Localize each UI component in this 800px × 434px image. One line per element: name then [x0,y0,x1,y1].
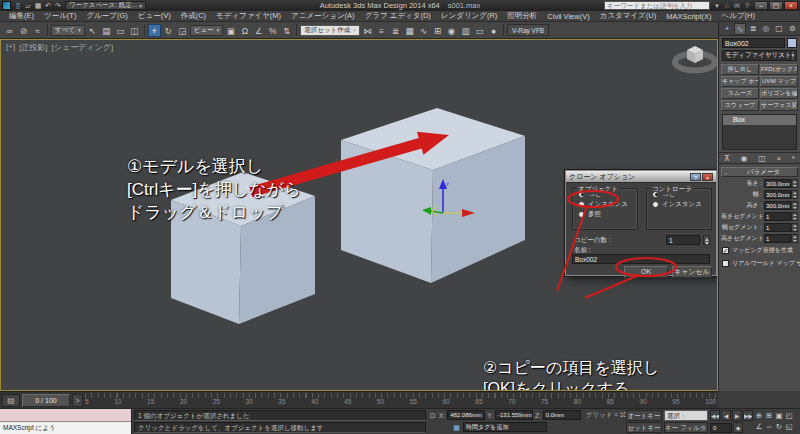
cancel-button[interactable]: キャンセル [672,266,712,278]
configure-modifier-sets-icon[interactable]: * [792,154,795,163]
zoom-all-icon[interactable]: ⊞ [764,410,774,421]
save-file-icon[interactable]: ▦ [33,1,43,10]
material-editor-icon[interactable]: ◉ [445,24,458,37]
parameter-spinner[interactable] [791,212,798,221]
menu-item[interactable]: MAXScript(X) [661,12,716,21]
schematic-view-icon[interactable]: ⊞ [431,24,444,37]
modifier-list-dropdown[interactable]: モディファイヤリスト ▾ [722,50,797,61]
coordinate-field[interactable]: 0.0mm [543,410,581,420]
spinner-snap-icon[interactable]: ⇅ [280,24,293,37]
bind-to-space-warp-icon[interactable]: ≈ [31,24,44,37]
go-to-start-button[interactable]: ◀◀ [710,410,720,421]
macro-recorder-field[interactable] [0,409,131,422]
render-production-icon[interactable]: ● [487,24,500,37]
menu-item[interactable]: 作成(C) [176,11,211,21]
minimize-button[interactable]: – [754,1,768,10]
previous-frame-button[interactable]: ◀ [721,410,731,421]
select-and-move-icon[interactable]: + [148,24,161,37]
add-time-tag-field[interactable]: 時間タグを追加 [463,422,547,432]
field-of-view-icon[interactable]: ∠ [754,421,764,432]
auto-key-button[interactable]: オートキー [626,410,662,421]
menu-item[interactable]: アニメーション(A) [286,11,360,21]
rectangular-selection-icon[interactable]: ▭ [114,24,127,37]
parameter-field[interactable]: 1 [764,212,791,221]
modifier-button[interactable]: スウィープ [721,100,759,111]
modifier-button[interactable]: FFD(ボックス) [760,64,798,75]
pan-icon[interactable]: ⇔ [764,421,774,432]
modifier-button[interactable]: ポリゴンを編集 [760,88,798,99]
workspace-dropdown[interactable]: ワークスペース: 既定... ▾ [65,1,146,10]
real-world-map-size-row[interactable]: リアルワールド マップ サイズ [719,257,800,270]
parameter-spinner[interactable] [791,179,798,188]
menu-item[interactable]: Civil View(V) [542,12,594,21]
right-cube[interactable] [341,108,525,283]
parameter-field[interactable]: 300.0mm [764,179,791,188]
percent-snap-icon[interactable]: % [266,24,279,37]
object-radio-option[interactable]: インスタンス [573,199,637,209]
parameter-field[interactable]: 300.0mm [764,190,791,199]
menu-item[interactable]: レンダリング(R) [436,11,502,21]
angle-snap-icon[interactable]: ∠ [252,24,265,37]
mirror-icon[interactable]: ⋈ [361,24,374,37]
select-object-icon[interactable]: ↖ [86,24,99,37]
timeline-ruler[interactable]: 5101520253035404550556065707580859095100 [85,393,716,408]
create-tab[interactable]: + [721,23,733,35]
menu-item[interactable]: ビュー(V) [133,11,176,21]
select-by-name-icon[interactable]: ▤ [100,24,113,37]
zoom-region-icon[interactable]: ◰ [784,410,794,421]
parameter-field[interactable]: 1 [764,234,791,243]
object-radio-option[interactable]: 参照 [573,209,637,219]
dialog-help-button[interactable]: ? [690,173,701,181]
parameter-spinner[interactable] [791,234,798,243]
modifier-button[interactable]: サーフェス変形 [760,100,798,111]
object-color-swatch[interactable] [787,38,797,48]
new-scene-icon[interactable]: ▯ [13,1,23,10]
play-button[interactable]: ▶ [732,410,742,421]
make-unique-icon[interactable]: ◫ [758,154,766,163]
parameter-field[interactable]: 300.0mm [764,201,791,210]
undo-icon[interactable]: ↶ [43,1,53,10]
mini-curve-editor-button[interactable]: ▤ [2,394,20,407]
hierarchy-tab[interactable]: ≣ [747,23,759,35]
show-end-result-icon[interactable]: ◉ [741,154,748,163]
maximize-button[interactable]: ▢ [769,1,783,10]
time-slider[interactable]: 0 / 100 [22,394,70,407]
menu-item[interactable]: 照明分析 [502,11,542,21]
menu-item[interactable]: グラフ エディタ(D) [360,11,436,21]
utilities-tab[interactable]: ⊚ [786,23,798,35]
reference-coordinate-dropdown[interactable]: ビュー▾ [190,25,224,36]
graphite-ribbon-icon[interactable]: ▦ [403,24,416,37]
close-button[interactable]: × [784,1,798,10]
menu-item[interactable]: モディファイヤ(M) [211,11,286,21]
keyboard-shortcut-toggle-icon[interactable]: ▦ [452,423,461,432]
viewcube-home-icon[interactable] [675,46,715,71]
menu-item[interactable]: 編集(E) [4,11,39,21]
viewport[interactable]: [+] [正投影] [シェーディング] z [0,39,718,391]
max-logo-icon[interactable] [2,1,11,10]
dialog-close-button[interactable]: × [702,173,713,181]
parameter-spinner[interactable] [791,223,798,232]
modifier-stack[interactable]: Box [722,114,797,150]
align-icon[interactable]: ≡ [375,24,388,37]
controller-radio-option[interactable]: インスタンス [647,199,711,209]
use-pivot-point-icon[interactable]: ▣ [224,24,237,37]
modifier-button[interactable]: スムーズ [721,88,759,99]
modifier-button[interactable]: キャップ ホール [721,76,759,87]
curve-editor-icon[interactable]: ∿ [417,24,430,37]
current-frame-field[interactable]: 0 [710,423,732,433]
parameter-field[interactable]: 1 [764,223,791,232]
display-tab[interactable]: ▢ [773,23,785,35]
stack-item-box[interactable]: Box [723,115,796,125]
dialog-titlebar[interactable]: クローン オプション ? × [566,171,716,183]
zoom-extents-icon[interactable]: ▣ [774,410,784,421]
checkbox-unchecked-icon[interactable] [722,260,729,267]
key-mode-toggle-button[interactable]: ◆ [733,422,743,433]
coordinate-field[interactable]: -131.559mm [495,410,533,420]
parameter-spinner[interactable] [791,201,798,210]
menu-item[interactable]: ヘルプ(H) [717,11,760,21]
key-filters-button[interactable]: キー フィルタ... [664,422,708,433]
named-selection-sets-dropdown[interactable]: 選択セット作成▾ [300,25,360,36]
menu-item[interactable]: カスタマイズ(U) [595,11,661,21]
snap-toggle-3d-icon[interactable]: Ω [238,24,251,37]
select-and-scale-icon[interactable]: ◲ [176,24,189,37]
